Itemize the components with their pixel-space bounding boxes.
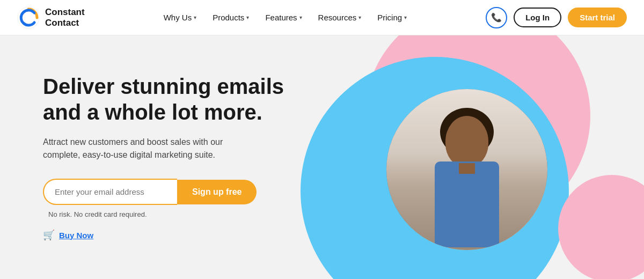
nav-resources[interactable]: Resources ▾	[312, 9, 368, 26]
nav-why-us[interactable]: Why Us ▾	[157, 9, 203, 26]
cart-icon: 🛒	[43, 229, 55, 241]
nav-actions: 📞 Log In Start trial	[486, 7, 627, 28]
logo[interactable]: Constant Contact	[17, 6, 85, 29]
person-image	[413, 105, 521, 250]
nav-products[interactable]: Products ▾	[206, 9, 255, 26]
email-input[interactable]	[43, 179, 177, 205]
signup-row: Sign up free	[43, 179, 301, 205]
chevron-down-icon: ▾	[246, 14, 249, 20]
hero-section: Deliver stunning emails and a whole lot …	[0, 35, 644, 279]
blue-circle	[301, 57, 569, 279]
decorative-circles	[301, 35, 644, 279]
hero-subtitle: Attract new customers and boost sales wi…	[43, 136, 258, 161]
hero-content: Deliver stunning emails and a whole lot …	[0, 74, 301, 241]
phone-icon: 📞	[491, 12, 502, 23]
nav-pricing[interactable]: Pricing ▾	[371, 9, 413, 26]
signup-button[interactable]: Sign up free	[177, 180, 257, 204]
buy-now-link[interactable]: Buy Now	[59, 231, 93, 240]
chevron-down-icon: ▾	[299, 14, 302, 20]
navigation: Constant Contact Why Us ▾ Products ▾ Fea…	[0, 0, 644, 35]
buy-now-row: 🛒 Buy Now	[43, 229, 301, 241]
hero-title: Deliver stunning emails and a whole lot …	[43, 74, 301, 125]
chevron-down-icon: ▾	[358, 14, 361, 20]
no-risk-text: No risk. No credit card required.	[48, 210, 301, 218]
nav-features[interactable]: Features ▾	[259, 9, 308, 26]
chevron-down-icon: ▾	[194, 14, 196, 20]
small-pink-circle	[558, 175, 644, 279]
phone-button[interactable]: 📞	[486, 7, 507, 28]
nav-links: Why Us ▾ Products ▾ Features ▾ Resources…	[157, 9, 413, 26]
hero-photo	[386, 89, 547, 250]
chevron-down-icon: ▾	[404, 14, 407, 20]
login-button[interactable]: Log In	[514, 8, 561, 27]
logo-text: Constant Contact	[45, 7, 85, 28]
start-trial-button[interactable]: Start trial	[568, 8, 627, 27]
logo-icon	[17, 6, 40, 29]
